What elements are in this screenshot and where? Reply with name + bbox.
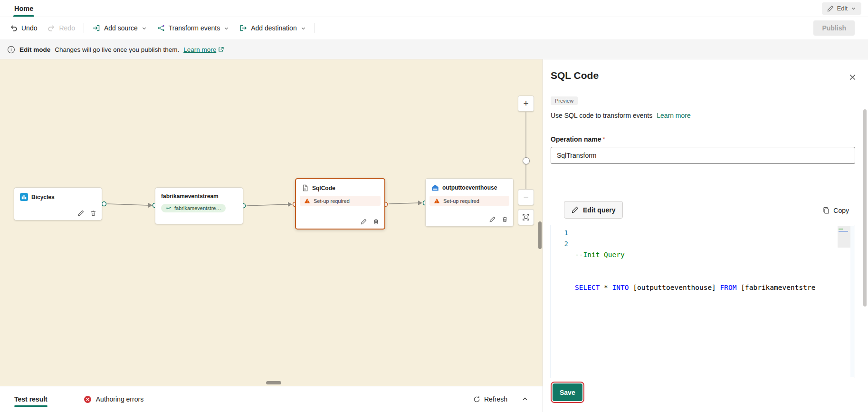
pencil-icon — [78, 210, 84, 216]
sql-keyword: SELECT — [575, 284, 600, 291]
node-title: SqlCode — [312, 185, 335, 192]
tab-home[interactable]: Home — [7, 0, 41, 17]
stream-badge[interactable]: fabrikameventstre… — [161, 204, 226, 212]
publish-button[interactable]: Publish — [813, 20, 855, 36]
pencil-icon — [572, 206, 579, 213]
delete-node-button[interactable] — [373, 219, 379, 225]
line-number-gutter: 1 2 — [551, 225, 575, 378]
eventhouse-icon — [431, 184, 439, 192]
edit-menu-button[interactable]: Edit — [822, 2, 861, 15]
undo-button[interactable]: Undo — [5, 20, 42, 36]
refresh-icon — [473, 396, 480, 403]
edge-arrowhead — [288, 202, 292, 207]
node-eventstream[interactable]: fabrikameventstream fabrikameventstre… — [155, 187, 243, 224]
add-destination-button[interactable]: Add destination — [234, 20, 311, 36]
line-number: 2 — [551, 239, 568, 249]
edge-sqlcode-to-eventhouse — [389, 203, 418, 204]
node-sqlcode-selected[interactable]: SqlCode Set-up required — [295, 178, 385, 230]
close-icon — [849, 74, 856, 81]
editor-minimap[interactable] — [838, 226, 850, 377]
warning-label: Set-up required — [314, 198, 350, 204]
description-text: Use SQL code to transform events — [551, 112, 652, 119]
fit-view-button[interactable] — [518, 209, 534, 225]
chevron-up-icon — [522, 396, 528, 402]
panel-description: Use SQL code to transform events Learn m… — [551, 112, 691, 119]
minimap-mark — [839, 229, 843, 230]
edit-node-button[interactable] — [78, 210, 84, 216]
operation-name-input[interactable] — [551, 147, 855, 164]
panel-learn-more-link[interactable]: Learn more — [657, 112, 691, 119]
copy-icon — [822, 207, 830, 214]
chevron-down-icon — [851, 6, 856, 11]
transform-events-button[interactable]: Transform events — [152, 20, 234, 36]
bar-chart-icon — [20, 193, 28, 201]
edit-node-button[interactable] — [361, 219, 367, 225]
connector-bicycles-out[interactable] — [102, 202, 106, 206]
sql-comment: --Init Query — [575, 251, 625, 259]
active-tab-indicator — [14, 405, 48, 407]
plus-icon: + — [523, 98, 528, 109]
redo-icon — [48, 24, 55, 32]
delete-node-button[interactable] — [502, 216, 508, 222]
external-link-icon — [218, 47, 224, 52]
bottom-panel-bar: Test result Authoring errors Refresh — [0, 386, 543, 412]
zoom-slider-handle[interactable] — [523, 157, 530, 164]
sql-keyword: INTO — [612, 284, 629, 291]
add-destination-icon — [239, 24, 247, 32]
undo-label: Undo — [21, 24, 37, 32]
copy-button[interactable]: Copy — [822, 203, 849, 218]
collapse-panel-button[interactable] — [522, 396, 528, 402]
zoom-slider-track[interactable] — [525, 112, 526, 189]
canvas-vertical-scrollbar[interactable] — [538, 221, 542, 249]
node-eventhouse[interactable]: outputtoeventhouse Set-up required — [425, 178, 514, 227]
banner-learn-more-label: Learn more — [183, 46, 216, 53]
top-tab-bar: Home Edit — [0, 0, 868, 17]
add-source-label: Add source — [104, 24, 138, 32]
fit-view-icon — [522, 213, 530, 221]
zoom-out-button[interactable]: − — [518, 189, 534, 205]
pencil-icon — [489, 216, 496, 222]
delete-node-button[interactable] — [90, 210, 96, 216]
toolbar-divider — [84, 23, 84, 33]
zoom-in-button[interactable]: + — [518, 96, 534, 112]
refresh-button[interactable]: Refresh — [473, 395, 507, 403]
tab-authoring-errors[interactable]: Authoring errors — [84, 395, 143, 403]
redo-label: Redo — [59, 24, 75, 32]
redo-button[interactable]: Redo — [42, 20, 80, 36]
info-icon — [7, 46, 15, 54]
code-content[interactable]: --Init Query SELECT * INTO [outputtoeven… — [575, 225, 855, 378]
edit-query-button[interactable]: Edit query — [564, 201, 623, 219]
eventstream-canvas[interactable]: Bicycles fabrikameventstream fabrikameve… — [0, 59, 543, 386]
save-button[interactable]: Save — [553, 383, 582, 401]
preview-badge: Preview — [551, 96, 578, 105]
toolbar-divider — [315, 23, 315, 33]
close-panel-button[interactable] — [847, 72, 858, 82]
setup-required-warning: Set-up required — [300, 196, 381, 206]
warning-icon — [434, 198, 440, 204]
node-bicycles[interactable]: Bicycles — [14, 187, 102, 220]
pencil-icon — [827, 5, 834, 12]
editor-overview-ruler — [850, 226, 854, 377]
edit-menu-label: Edit — [837, 5, 848, 12]
sql-text: [fabrikameventstre — [737, 284, 816, 291]
edit-node-button[interactable] — [489, 216, 496, 222]
code-line-1[interactable]: --Init Query — [575, 249, 855, 260]
sql-code-editor[interactable]: 1 2 --Init Query SELECT * INTO [outputto… — [551, 225, 855, 378]
node-title: Bicycles — [31, 194, 55, 201]
error-icon — [84, 395, 92, 403]
tab-test-result[interactable]: Test result — [14, 386, 48, 412]
test-result-label: Test result — [14, 395, 48, 403]
add-source-button[interactable]: Add source — [87, 20, 152, 36]
pencil-icon — [361, 219, 367, 225]
banner-learn-more-link[interactable]: Learn more — [183, 46, 224, 53]
trash-icon — [502, 216, 508, 222]
canvas-horizontal-scrollbar[interactable] — [266, 381, 281, 384]
add-destination-label: Add destination — [251, 24, 297, 32]
ribbon-toolbar: Undo Redo Add source Transform events Ad… — [0, 17, 868, 39]
code-line-2[interactable]: SELECT * INTO [outputtoeventhouse] FROM … — [575, 282, 855, 293]
add-source-icon — [93, 24, 100, 32]
operation-name-text: Operation name — [551, 135, 601, 143]
node-title: outputtoeventhouse — [442, 184, 497, 191]
panel-vertical-scrollbar[interactable] — [863, 109, 867, 307]
node-title: fabrikameventstream — [161, 193, 219, 200]
